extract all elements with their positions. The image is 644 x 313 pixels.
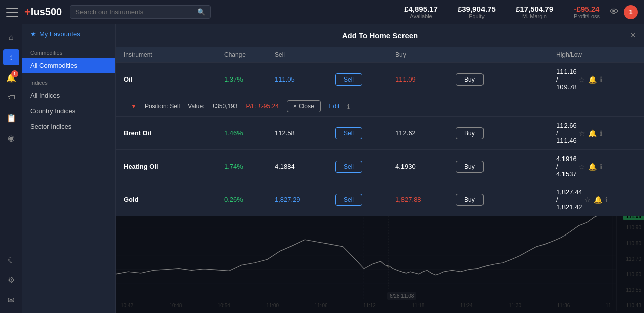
- position-info-icon[interactable]: ℹ: [347, 103, 350, 110]
- sidebar-item-country-indices[interactable]: Country Indices: [22, 103, 115, 119]
- sidebar-item-all-commodities[interactable]: All Commodities: [22, 58, 115, 73]
- equity-stat: £39,904.75 Equity: [458, 5, 496, 19]
- buy-button[interactable]: Buy: [456, 73, 484, 86]
- sell-price: 112.58: [275, 129, 335, 137]
- buy-price: 4.1930: [395, 163, 456, 170]
- hide-balances-icon[interactable]: 👁: [610, 7, 619, 17]
- sidebar-icon-home[interactable]: ⌂: [3, 29, 19, 45]
- logo: + lus500: [24, 6, 62, 19]
- table-row[interactable]: Brent Oil 1.46% 112.58 Sell 112.62 Buy 1…: [116, 117, 644, 150]
- settings-icon[interactable]: ⚙: [3, 272, 19, 288]
- bell-icon[interactable]: 🔔: [588, 163, 597, 171]
- sell-price: 1,827.29: [275, 196, 335, 203]
- sidebar-bottom: ☾ ⚙ ✉: [3, 252, 19, 308]
- available-stat: £4,895.17 Available: [404, 5, 438, 19]
- content-area: Add To Home Screen × Instrument Change S…: [116, 24, 644, 313]
- buy-price: 1,827.88: [395, 196, 456, 203]
- pl-value: P/L: £-95.24: [246, 103, 278, 110]
- user-avatar[interactable]: 1: [624, 5, 638, 19]
- bell-icon[interactable]: 🔔: [588, 75, 597, 84]
- sidebar-icon-alerts[interactable]: 🔔 1: [3, 69, 19, 86]
- sidebar-item-all-indices[interactable]: All Indices: [22, 88, 115, 103]
- star-icon[interactable]: ☆: [579, 75, 585, 84]
- change-value: 1.46%: [224, 129, 275, 137]
- col-buy: Buy: [395, 51, 456, 58]
- high-low: 1,827.44 / 1,821.42 ☆ 🔔 ℹ: [556, 188, 597, 211]
- star-icon[interactable]: ☆: [584, 196, 591, 204]
- sidebar-item-sector-indices[interactable]: Sector Indices: [22, 119, 115, 134]
- bell-icon[interactable]: 🔔: [594, 196, 602, 204]
- instrument-name: Oil: [124, 75, 224, 83]
- sidebar-item-my-favourites[interactable]: ★ My Favourites: [22, 24, 115, 44]
- buy-button[interactable]: Buy: [456, 161, 484, 173]
- col-sell: Sell: [275, 51, 335, 58]
- sidebar-icons: ⌂ ↕ 🔔 1 🏷 📋 ◉ ☾ ⚙ ✉: [0, 24, 22, 313]
- table-header: Instrument Change Sell Buy High/Low: [116, 47, 644, 63]
- nav-right-icons: 👁 1: [610, 5, 638, 19]
- messages-icon[interactable]: ✉: [3, 292, 19, 308]
- instrument-table: Instrument Change Sell Buy High/Low Oil …: [116, 47, 644, 216]
- table-row[interactable]: Gold 0.26% 1,827.29 Sell 1,827.88 Buy 1,…: [116, 183, 644, 216]
- change-value: 0.26%: [224, 196, 275, 203]
- high-low: 111.16 / 109.78 ☆ 🔔 ℹ: [556, 68, 597, 91]
- modal-header: Add To Home Screen ×: [116, 24, 644, 47]
- menu-button[interactable]: [6, 8, 18, 17]
- change-value: 1.37%: [224, 75, 275, 83]
- position-type: Position: Sell: [145, 103, 180, 110]
- sidebar-icon-trade[interactable]: ↕: [3, 49, 19, 65]
- col-change: Change: [224, 51, 275, 58]
- commodities-section-label: Commodities: [22, 44, 115, 58]
- night-mode-icon[interactable]: ☾: [3, 252, 19, 268]
- instrument-name: Gold: [124, 196, 224, 203]
- info-icon[interactable]: ℹ: [605, 196, 608, 204]
- star-icon[interactable]: ☆: [579, 163, 585, 171]
- buy-price: 112.62: [395, 129, 456, 137]
- sell-button[interactable]: Sell: [335, 161, 362, 173]
- margin-stat: £17,504.79 M. Margin: [516, 5, 553, 19]
- nav-panel: ★ My Favourites Commodities All Commodit…: [22, 24, 116, 313]
- buy-button[interactable]: Buy: [456, 127, 484, 139]
- close-position-button[interactable]: × Close: [287, 100, 321, 112]
- indices-section-label: Indices: [22, 73, 115, 88]
- edit-position-button[interactable]: Edit: [329, 103, 340, 110]
- buy-button[interactable]: Buy: [456, 194, 484, 206]
- instrument-name: Brent Oil: [124, 129, 224, 137]
- position-row: ▼ Position: Sell Value: £350,193 P/L: £-…: [116, 96, 644, 117]
- star-icon[interactable]: ☆: [579, 129, 585, 137]
- info-icon[interactable]: ℹ: [600, 75, 602, 84]
- sidebar-icon-portfolio[interactable]: 📋: [3, 110, 19, 126]
- table-row[interactable]: Oil 1.37% 111.05 Sell 111.09 Buy 111.16 …: [116, 63, 644, 96]
- high-low: 4.1916 / 4.1537 ☆ 🔔 ℹ: [556, 155, 597, 178]
- sell-price: 111.05: [275, 75, 335, 83]
- buy-price: 111.09: [395, 75, 456, 83]
- col-highlow: High/Low: [556, 51, 597, 58]
- sidebar-icon-circle[interactable]: ◉: [3, 130, 19, 146]
- modal-overlay: Add To Home Screen × Instrument Change S…: [116, 24, 644, 313]
- modal-title: Add To Home Screen: [342, 31, 418, 40]
- sell-button[interactable]: Sell: [335, 127, 362, 139]
- change-value: 1.74%: [224, 163, 275, 170]
- search-icon: 🔍: [197, 8, 205, 16]
- account-stats: £4,895.17 Available £39,904.75 Equity £1…: [404, 5, 600, 19]
- table-row[interactable]: Heating Oil 1.74% 4.1884 Sell 4.1930 Buy…: [116, 150, 644, 183]
- position-value: £350,193: [212, 103, 237, 110]
- sell-price: 4.1884: [275, 163, 335, 170]
- search-bar[interactable]: 🔍: [70, 5, 211, 19]
- info-icon[interactable]: ℹ: [600, 163, 602, 171]
- high-low: 112.66 / 111.46 ☆ 🔔 ℹ: [556, 122, 597, 144]
- top-navigation: + lus500 🔍 £4,895.17 Available £39,904.7…: [0, 0, 644, 24]
- col-instrument: Instrument: [124, 51, 224, 58]
- profit-loss-stat: -£95.24 Profit/Loss: [574, 5, 600, 19]
- info-icon[interactable]: ℹ: [600, 129, 602, 137]
- search-input[interactable]: [75, 8, 194, 16]
- sell-button[interactable]: Sell: [335, 73, 362, 86]
- main-layout: ⌂ ↕ 🔔 1 🏷 📋 ◉ ☾ ⚙ ✉ ★ My Favourites Comm…: [0, 24, 644, 313]
- sidebar-icon-tags[interactable]: 🏷: [3, 90, 19, 106]
- bell-icon[interactable]: 🔔: [588, 129, 597, 137]
- modal-close-button[interactable]: ×: [630, 30, 636, 41]
- sell-button[interactable]: Sell: [335, 194, 362, 206]
- instrument-name: Heating Oil: [124, 163, 224, 170]
